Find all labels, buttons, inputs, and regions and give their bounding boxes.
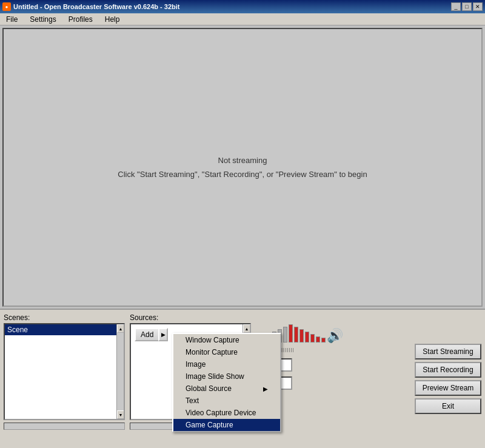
- add-source-arrow[interactable]: ▶: [158, 328, 168, 341]
- scenes-hscroll[interactable]: [4, 423, 125, 430]
- menu-monitor-capture[interactable]: Monitor Capture: [173, 346, 280, 358]
- start-recording-button[interactable]: Start Recording: [415, 362, 481, 378]
- speaker-icon[interactable]: 🔊: [327, 329, 343, 343]
- vol-bar-6: [283, 327, 287, 343]
- bottom-panel: Scenes: Scene ▲ ▼ Sources: Add ▶ ▲ ▼: [0, 309, 485, 448]
- minimize-button[interactable]: _: [451, 2, 461, 11]
- sources-label: Sources:: [130, 313, 251, 322]
- global-source-arrow: ▶: [263, 386, 268, 392]
- vol-bar-7-red: [289, 324, 293, 343]
- scenes-label: Scenes:: [4, 313, 125, 322]
- start-streaming-button[interactable]: Start Streaming: [415, 344, 481, 359]
- scene-item-0[interactable]: Scene: [5, 324, 124, 335]
- vol-bar-8-red: [294, 327, 298, 343]
- scenes-scroll-up[interactable]: ▲: [117, 324, 124, 333]
- scenes-scrollbar[interactable]: ▲ ▼: [116, 324, 124, 419]
- menu-image[interactable]: Image: [173, 358, 280, 370]
- sources-scroll-up[interactable]: ▲: [243, 324, 250, 333]
- menu-video-capture[interactable]: Video Capture Device: [173, 407, 280, 419]
- streaming-hint: Click "Start Streaming", "Start Recordin…: [118, 170, 367, 179]
- scenes-section: Scenes: Scene ▲ ▼: [4, 313, 125, 444]
- right-buttons: Start Streaming Start Recording Preview …: [415, 313, 481, 444]
- scenes-scroll-down[interactable]: ▼: [117, 410, 124, 419]
- sources-section: Sources: Add ▶ ▲ ▼ Window Capture Monito…: [130, 313, 251, 444]
- menu-profiles[interactable]: Profiles: [65, 14, 96, 25]
- vol-bar-12-red: [316, 336, 320, 343]
- add-button-container: Add ▶: [135, 328, 168, 341]
- title-controls[interactable]: _ □ ✕: [451, 2, 483, 11]
- menu-global-source[interactable]: Global Source ▶: [173, 383, 280, 395]
- menu-file[interactable]: File: [2, 14, 21, 25]
- add-source-button[interactable]: Add: [135, 328, 158, 341]
- menu-game-capture[interactable]: Game Capture: [173, 419, 280, 431]
- vol-bar-13-red: [321, 338, 326, 343]
- preview-area: Not streaming Click "Start Streaming", "…: [2, 28, 483, 307]
- menu-bar: File Settings Profiles Help: [0, 13, 485, 25]
- scenes-list[interactable]: Scene ▲ ▼: [4, 323, 125, 420]
- window-title: Untitled - Open Broadcaster Software v0.…: [13, 3, 179, 10]
- menu-image-slideshow[interactable]: Image Slide Show: [173, 370, 280, 383]
- vol-bar-10-red: [305, 332, 309, 343]
- title-bar: ● Untitled - Open Broadcaster Software v…: [0, 0, 485, 13]
- streaming-status: Not streaming: [218, 156, 267, 165]
- menu-text[interactable]: Text: [173, 395, 280, 407]
- exit-button[interactable]: Exit: [415, 398, 481, 414]
- menu-settings[interactable]: Settings: [26, 14, 59, 25]
- preview-stream-button[interactable]: Preview Stream: [415, 380, 481, 396]
- scenes-scroll-track: [117, 333, 124, 410]
- title-bar-left: ● Untitled - Open Broadcaster Software v…: [2, 2, 179, 11]
- vol-bar-11-red: [310, 334, 315, 343]
- menu-window-capture[interactable]: Window Capture: [173, 334, 280, 346]
- restore-button[interactable]: □: [462, 2, 472, 11]
- vol-bar-9-red: [299, 329, 304, 343]
- menu-help[interactable]: Help: [101, 14, 124, 25]
- close-button[interactable]: ✕: [473, 2, 483, 11]
- add-context-menu: Window Capture Monitor Capture Image Ima…: [172, 333, 281, 432]
- app-icon: ●: [2, 2, 11, 11]
